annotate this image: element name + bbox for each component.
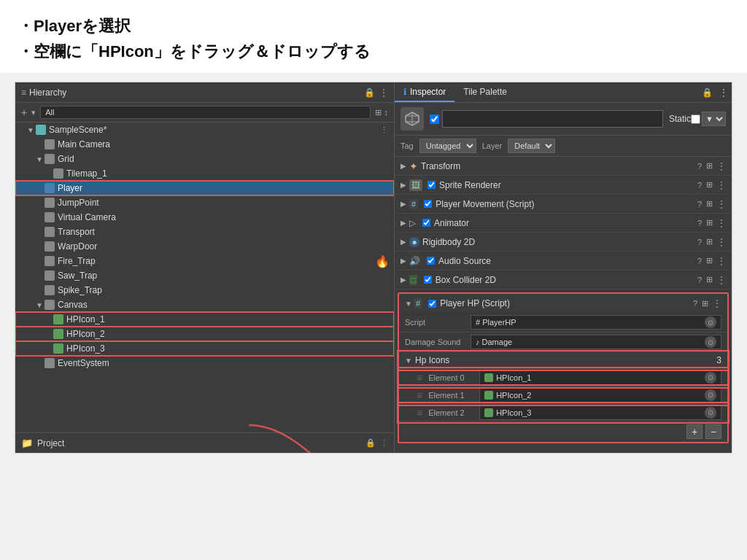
component-animator[interactable]: ▶ ▷ Animator ? ⊞ ⋮ [395,214,732,233]
hierarchy-item-firetrap[interactable]: Fire_Trap 🔥 [15,254,394,268]
hierarchy-item-maincamera[interactable]: Main Camera [15,137,394,152]
sawtrap-label: Saw_Trap [58,271,97,281]
hierarchy-search-bar: + ▾ ⊞ ↕ [15,103,394,122]
tab-tilepalette[interactable]: Tile Palette [454,82,516,102]
hierarchy-item-warpdoor[interactable]: WarpDoor [15,239,394,254]
hierarchy-item-player[interactable]: Player [15,181,394,195]
script-label: Script [405,318,471,327]
hierarchy-item-virtualcamera[interactable]: Virtual Camera [15,210,394,225]
hierarchy-item-canvas[interactable]: ▼ Canvas [15,298,394,312]
movement-checkbox[interactable] [424,200,432,208]
component-audio-source[interactable]: ▶ 🔊 Audio Source ? ⊞ ⋮ [395,252,732,271]
element1-value-box: HPIcon_2 ⊙ [479,388,721,402]
player-hp-header[interactable]: ▼ # Player HP (Script) ? ⊞ ⋮ [399,294,727,313]
element1-value-icon [484,391,493,400]
remove-element-button[interactable]: − [705,424,721,439]
sprite-settings: ⊞ [706,180,713,190]
grid-icon [44,154,55,164]
hp-icons-section: ▼ Hp Icons 3 [399,352,727,369]
inspector-obj-header: Player Static ▼ [395,103,732,136]
sawtrap-icon [44,271,55,281]
element-row-0: ≡ Element 0 HPIcon_1 ⊙ [399,369,727,386]
hierarchy-search-input[interactable] [40,106,370,119]
hierarchy-item-samplescene[interactable]: ▼ SampleScene* ⋮ [15,122,394,137]
boxcollider-icon: □ [409,275,417,285]
hierarchy-search-separator: ▾ [31,108,36,117]
damage-sound-target-btn[interactable]: ⊙ [705,336,716,348]
tab-inspector[interactable]: ℹ Inspector [395,82,454,102]
hierarchy-item-transport[interactable]: Transport [15,225,394,239]
element2-label: Element 2 [428,408,479,417]
animator-settings: ⊞ [706,218,713,228]
component-transform[interactable]: ▶ ✦ Transform ? ⊞ ⋮ [395,157,732,176]
sprite-icon: 🖼 [409,179,422,191]
transform-label: Transform [421,161,697,171]
element2-handle: ≡ [417,407,422,419]
project-menu-icon: ⋮ [380,438,388,448]
sprite-help: ? [697,181,702,190]
hierarchy-header-icons: 🔒 ⋮ [364,88,388,98]
inspector-panel: ℹ Inspector Tile Palette 🔒 ⋮ Player [395,82,732,453]
layer-dropdown[interactable]: Default [508,139,555,153]
element2-target-btn[interactable]: ⊙ [705,407,716,419]
hierarchy-item-hpicon3[interactable]: HPIcon_3 [15,341,394,356]
obj-active-checkbox[interactable] [430,114,439,124]
firetrap-label: Fire_Trap [58,256,96,266]
boxcollider-checkbox[interactable] [424,276,432,284]
hierarchy-item-grid[interactable]: ▼ Grid [15,152,394,166]
maincamera-icon [44,139,55,149]
animator-right: ? ⊞ ⋮ [697,218,726,228]
tag-dropdown[interactable]: Untagged [419,139,476,153]
project-lock-icon: 🔒 [365,438,376,448]
component-box-collider2d[interactable]: ▶ □ Box Collider 2D ? ⊞ ⋮ [395,271,732,289]
hierarchy-item-spiketrap[interactable]: Spike_Trap [15,283,394,298]
element1-handle: ≡ [417,389,422,401]
element1-target-btn[interactable]: ⊙ [705,389,716,401]
hpicon1-label: HPIcon_1 [66,314,105,324]
firetrap-icon [44,256,55,266]
hierarchy-item-hpicon2[interactable]: HPIcon_2 [15,327,394,341]
hierarchy-item-eventsystem[interactable]: EventSystem [15,356,394,370]
animator-checkbox[interactable] [422,219,430,227]
transport-label: Transport [58,227,95,237]
element0-value-text: HPIcon_1 [496,373,531,382]
component-sprite-renderer[interactable]: ▶ 🖼 Sprite Renderer ? ⊞ ⋮ [395,176,732,195]
rigidbody-menu: ⋮ [717,237,726,247]
element1-label: Element 1 [428,391,479,400]
element0-value-icon [484,373,493,382]
sprite-arrow: ▶ [400,181,409,189]
movement-settings: ⊞ [706,199,713,209]
component-player-movement[interactable]: ▶ # Player Movement (Script) ? ⊞ ⋮ [395,195,732,214]
hpicon1-icon [53,314,63,324]
hierarchy-item-tilemap1[interactable]: Tilemap_1 [15,166,394,181]
element0-target-btn[interactable]: ⊙ [705,372,716,384]
obj-name-input[interactable]: Player [442,110,663,128]
playerhp-checkbox[interactable] [428,300,436,308]
static-checkbox[interactable] [691,114,700,124]
component-rigidbody2d[interactable]: ▶ ● Rigidbody 2D ? ⊞ ⋮ [395,233,732,252]
hierarchy-item-sawtrap[interactable]: Saw_Trap [15,268,394,283]
damage-sound-label: Damage Sound [405,338,471,346]
sprite-checkbox[interactable] [427,181,436,189]
hierarchy-item-jumppoint[interactable]: JumpPoint [15,195,394,210]
grid-label: Grid [58,154,74,164]
samplescene-arrow: ▼ [27,126,34,134]
script-target-btn[interactable]: ⊙ [705,316,716,328]
movement-label: Player Movement (Script) [436,199,697,209]
hierarchy-add-button[interactable]: + [21,106,27,118]
static-dropdown[interactable]: ▼ [702,112,726,126]
hierarchy-item-hpicon1[interactable]: HPIcon_1 [15,312,394,327]
add-remove-row: + − [399,421,727,442]
animator-help: ? [697,219,702,228]
warpdoor-icon [44,241,55,252]
spiketrap-icon [44,285,55,295]
samplescene-label: SampleScene* [49,125,107,135]
add-element-button[interactable]: + [686,424,703,439]
hpicon2-icon [53,329,63,339]
element2-value-text: HPIcon_3 [496,408,531,417]
boxcollider-help: ? [697,276,702,284]
audio-right: ? ⊞ ⋮ [697,256,726,266]
inspector-tabs: ℹ Inspector Tile Palette 🔒 ⋮ [395,82,732,103]
audio-checkbox[interactable] [427,257,435,265]
animator-arrow: ▶ [400,219,409,227]
